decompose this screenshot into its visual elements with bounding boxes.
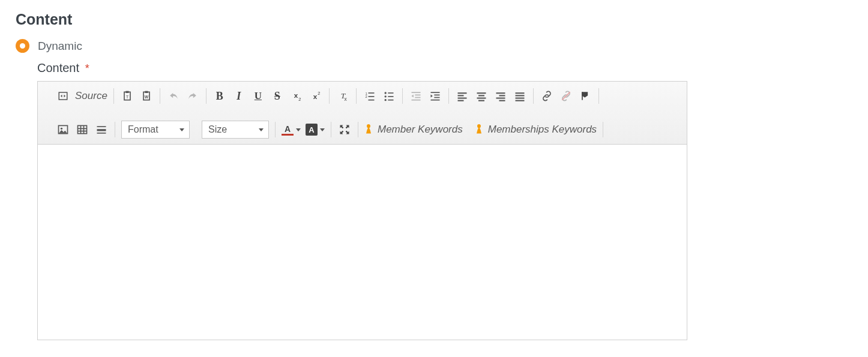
numbered-list-icon[interactable]: 12	[363, 89, 377, 103]
svg-rect-30	[434, 97, 439, 98]
editor-toolbar: Source T W	[38, 82, 687, 145]
size-dropdown-label: Size	[208, 124, 227, 135]
svg-rect-34	[457, 98, 466, 99]
svg-rect-44	[515, 92, 524, 94]
bold-icon[interactable]: B	[212, 89, 227, 103]
svg-rect-23	[388, 100, 393, 101]
outdent-icon	[409, 89, 423, 103]
svg-rect-59	[97, 133, 106, 134]
svg-rect-32	[457, 92, 466, 94]
svg-rect-41	[499, 95, 505, 96]
size-dropdown[interactable]: Size	[202, 121, 269, 139]
keyword-marker-icon	[475, 124, 483, 136]
svg-rect-42	[496, 98, 505, 99]
radio-dynamic[interactable]	[16, 39, 29, 53]
subscript-icon[interactable]: x2	[289, 89, 304, 103]
svg-text:T: T	[126, 94, 129, 100]
svg-rect-37	[478, 95, 484, 96]
svg-point-18	[384, 92, 386, 94]
format-dropdown[interactable]: Format	[121, 121, 190, 139]
svg-rect-17	[368, 100, 374, 101]
background-color-button[interactable]: A	[306, 124, 325, 136]
format-dropdown-label: Format	[128, 124, 158, 135]
maximize-icon[interactable]	[337, 122, 352, 137]
table-icon[interactable]	[75, 122, 89, 137]
background-color-icon: A	[306, 124, 318, 136]
member-keywords-button[interactable]: Member Keywords	[364, 124, 463, 136]
indent-icon[interactable]	[428, 89, 442, 103]
content-field-label: Content *	[37, 61, 852, 75]
svg-rect-22	[388, 96, 393, 97]
paste-from-word-icon[interactable]: W	[139, 89, 154, 103]
anchor-icon[interactable]	[578, 89, 592, 103]
svg-text:W: W	[145, 95, 149, 99]
svg-point-20	[384, 99, 386, 101]
align-center-icon[interactable]	[474, 89, 489, 103]
chevron-down-icon	[320, 128, 325, 131]
svg-rect-46	[515, 98, 524, 99]
chevron-down-icon	[259, 128, 264, 131]
link-icon[interactable]	[540, 89, 554, 103]
svg-rect-15	[368, 92, 374, 94]
svg-text:x: x	[294, 91, 298, 99]
memberships-keywords-label: Memberships Keywords	[488, 124, 597, 136]
svg-rect-5	[145, 91, 148, 93]
svg-rect-24	[411, 92, 420, 93]
svg-rect-40	[496, 92, 505, 94]
svg-rect-58	[97, 129, 106, 131]
svg-rect-43	[499, 100, 505, 101]
svg-rect-57	[97, 126, 106, 127]
remove-format-icon[interactable]: Tx	[336, 89, 350, 103]
svg-rect-0	[59, 92, 67, 100]
svg-point-19	[384, 95, 386, 97]
svg-rect-36	[477, 92, 486, 94]
align-right-icon[interactable]	[493, 89, 508, 103]
svg-rect-33	[457, 95, 463, 96]
svg-rect-38	[477, 98, 486, 99]
chevron-down-icon	[179, 128, 184, 131]
svg-rect-45	[515, 95, 524, 96]
italic-icon[interactable]: I	[232, 89, 246, 103]
align-left-icon[interactable]	[455, 89, 469, 103]
source-code-icon[interactable]	[56, 89, 70, 103]
svg-rect-25	[415, 95, 420, 96]
svg-text:2: 2	[298, 97, 301, 102]
source-button[interactable]: Source	[75, 90, 107, 102]
svg-text:2: 2	[365, 95, 367, 98]
text-color-icon: A	[282, 124, 294, 136]
strikethrough-icon[interactable]: S	[270, 89, 285, 103]
svg-rect-39	[478, 100, 484, 101]
svg-point-51	[61, 128, 62, 130]
svg-rect-27	[411, 100, 420, 101]
redo-icon	[185, 89, 200, 103]
horizontal-rule-icon[interactable]	[94, 122, 109, 137]
section-heading: Content	[16, 11, 852, 28]
svg-line-48	[562, 92, 570, 100]
svg-rect-21	[388, 92, 393, 94]
svg-rect-47	[515, 100, 524, 101]
svg-rect-2	[125, 91, 128, 93]
svg-text:2: 2	[318, 91, 320, 96]
text-color-button[interactable]: A	[282, 124, 301, 136]
svg-rect-29	[434, 95, 439, 96]
align-justify-icon[interactable]	[513, 89, 527, 103]
content-type-radio-row: Dynamic	[16, 39, 852, 53]
paste-plain-text-icon[interactable]: T	[120, 89, 134, 103]
svg-rect-52	[78, 125, 87, 133]
content-field-label-text: Content	[37, 61, 79, 74]
keyword-marker-icon	[364, 124, 373, 136]
superscript-icon[interactable]: x2	[309, 89, 323, 103]
undo-icon	[166, 89, 181, 103]
radio-dynamic-label: Dynamic	[38, 40, 82, 53]
underline-icon[interactable]: U	[251, 89, 265, 103]
image-icon[interactable]	[56, 122, 70, 137]
bulleted-list-icon[interactable]	[382, 89, 396, 103]
separator	[598, 88, 599, 104]
editor-content-area[interactable]	[38, 145, 687, 340]
svg-rect-16	[368, 96, 374, 97]
memberships-keywords-button[interactable]: Memberships Keywords	[475, 124, 597, 136]
svg-rect-26	[415, 97, 420, 98]
separator	[603, 122, 603, 137]
svg-rect-28	[430, 92, 439, 93]
member-keywords-label: Member Keywords	[378, 124, 463, 136]
